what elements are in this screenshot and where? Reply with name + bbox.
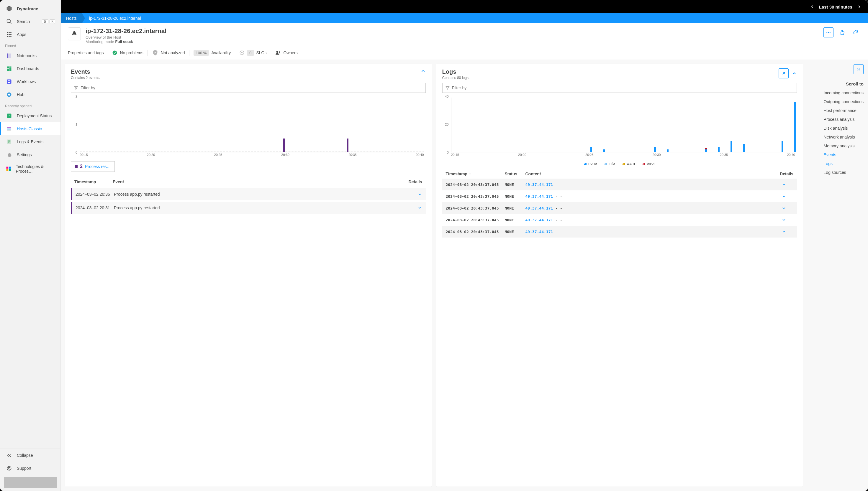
timerange-next[interactable] — [857, 5, 861, 9]
scroll-link[interactable]: Network analysis — [824, 135, 864, 139]
sidebar-item-settings[interactable]: Settings — [0, 148, 60, 161]
log-row[interactable]: 2024-03-02 20:43:37.045NONE49.37.44.171-… — [442, 202, 797, 214]
chevron-down-icon — [782, 194, 793, 199]
th-log-details[interactable]: Details — [776, 172, 793, 176]
target-icon — [239, 50, 245, 55]
events-title: Events — [71, 68, 100, 75]
logs-filter-input[interactable] — [442, 83, 797, 93]
refresh-button[interactable] — [850, 27, 861, 37]
sidebar-item-dashboards[interactable]: Dashboards — [0, 62, 60, 75]
events-collapse-toggle[interactable] — [421, 68, 426, 74]
th-log-timestamp[interactable]: Timestamp — [446, 172, 505, 176]
logs-collapse-toggle[interactable] — [792, 68, 797, 78]
th-log-status[interactable]: Status — [505, 172, 525, 176]
page-title: ip-172-31-28-26.ec2.internal — [86, 27, 166, 34]
sidebar-apps[interactable]: Apps — [0, 28, 60, 41]
chevron-down-icon — [782, 229, 793, 234]
support-icon — [6, 465, 13, 472]
brand-label: Dynatrace — [17, 6, 38, 11]
chevron-down-icon — [782, 182, 793, 187]
scroll-link[interactable]: Outgoing connections — [824, 99, 864, 104]
log-row[interactable]: 2024-03-02 20:43:37.045NONE49.37.44.171-… — [442, 179, 797, 191]
page-subtitle: Overview of the Host — [86, 35, 166, 39]
svg-point-0 — [7, 20, 10, 23]
scroll-link[interactable]: Memory analysis — [824, 144, 864, 148]
not-analyzed-chip[interactable]: Not analyzed — [152, 50, 185, 56]
svg-point-31 — [826, 32, 827, 33]
legend-warn[interactable]: warn — [623, 161, 635, 166]
scroll-link[interactable]: Log sources — [824, 170, 864, 175]
brand[interactable]: Dynatrace — [0, 0, 60, 15]
sidebar-item-hub[interactable]: Hub — [0, 88, 60, 101]
sidebar-item-hosts-classic[interactable]: Hosts Classic — [0, 122, 60, 135]
apps-label: Apps — [17, 32, 26, 37]
logs-chart[interactable]: 02040 20:1520:2020:2520:3020:3520:40 — [442, 96, 797, 158]
scroll-link[interactable]: Disk analysis — [824, 126, 864, 131]
filter-icon — [445, 86, 450, 90]
legend-info[interactable]: info — [604, 161, 615, 166]
legend-error[interactable]: error — [643, 161, 655, 166]
scroll-link[interactable]: Host performance — [824, 108, 864, 113]
svg-rect-25 — [6, 169, 8, 171]
svg-line-1 — [10, 22, 11, 24]
scroll-link[interactable]: Events — [824, 152, 864, 157]
more-actions-button[interactable] — [823, 27, 834, 37]
shield-icon — [152, 50, 158, 56]
log-row[interactable]: 2024-03-02 20:43:37.045NONE49.37.44.171-… — [442, 191, 797, 202]
svg-rect-11 — [7, 67, 9, 69]
th-timestamp[interactable]: Timestamp — [74, 179, 113, 184]
sidebar-item-deployment[interactable]: Deployment Status — [0, 109, 60, 122]
slo-chip[interactable]: 0 SLOs — [239, 50, 266, 56]
scroll-nav-collapse[interactable] — [853, 64, 864, 74]
svg-point-30 — [75, 32, 75, 32]
apps-grid-icon — [6, 31, 13, 38]
no-problems-chip[interactable]: No problems — [112, 50, 143, 55]
svg-rect-19 — [7, 127, 11, 128]
gear-icon — [6, 151, 13, 158]
owners-chip[interactable]: Owners — [275, 50, 298, 55]
sidebar-collapse[interactable]: Collapse — [0, 449, 60, 462]
sidebar-item-technologies[interactable]: Technologies & Proces… — [0, 161, 60, 176]
svg-point-2 — [7, 32, 8, 33]
th-details[interactable]: Details — [409, 179, 422, 184]
breadcrumb-current[interactable]: ip-172-31-28-26.ec2.internal — [82, 13, 146, 23]
scroll-link[interactable]: Process analysis — [824, 117, 864, 122]
event-row[interactable]: 2024–03–02 20:36Process app.py restarted — [71, 188, 426, 200]
svg-rect-23 — [6, 167, 8, 169]
events-filter-input[interactable] — [71, 83, 426, 93]
svg-point-5 — [7, 34, 8, 35]
timerange-label[interactable]: Last 30 minutes — [819, 4, 852, 9]
sidebar-item-logs-events[interactable]: Logs & Events — [0, 135, 60, 148]
events-chart[interactable]: 012 20:1520:2020:2520:3020:3520:40 — [71, 96, 426, 158]
check-circle-icon — [112, 50, 117, 55]
dashboard-icon — [6, 65, 13, 72]
thumbs-up-button[interactable] — [837, 27, 847, 37]
scroll-link[interactable]: Incoming connections — [824, 90, 864, 95]
legend-none[interactable]: none — [584, 161, 597, 166]
svg-rect-26 — [9, 169, 11, 171]
svg-point-28 — [8, 467, 10, 469]
sidebar-item-workflows[interactable]: Workflows — [0, 75, 60, 88]
chevron-down-icon — [417, 192, 422, 197]
logs-expand-button[interactable] — [779, 68, 789, 78]
host-os-icon — [68, 27, 81, 40]
log-row[interactable]: 2024-03-02 20:43:37.045NONE49.37.44.171-… — [442, 214, 797, 226]
properties-tags-link[interactable]: Properties and tags — [68, 50, 104, 55]
chevron-down-icon — [782, 218, 793, 222]
collapse-icon — [6, 452, 13, 459]
sidebar-item-notebooks[interactable]: Notebooks — [0, 49, 60, 62]
log-row[interactable]: 2024-03-02 20:43:37.045NONE49.37.44.171-… — [442, 226, 797, 237]
svg-point-29 — [74, 32, 74, 32]
event-row[interactable]: 2024–03–02 20:31Process app.py restarted — [71, 202, 426, 214]
th-log-content[interactable]: Content — [525, 172, 776, 176]
breadcrumb-root[interactable]: Hosts — [61, 13, 82, 23]
th-event[interactable]: Event — [113, 179, 409, 184]
events-legend-chip[interactable]: 2 Process res… — [71, 161, 115, 172]
search-icon — [6, 18, 13, 25]
sidebar-support[interactable]: Support — [0, 462, 60, 475]
scroll-link[interactable]: Logs — [824, 161, 864, 166]
availability-chip[interactable]: 100 % Availability — [193, 50, 231, 56]
sidebar-search[interactable]: Search ⌘K — [0, 15, 60, 28]
timerange-prev[interactable] — [810, 5, 814, 9]
svg-point-3 — [8, 32, 10, 33]
